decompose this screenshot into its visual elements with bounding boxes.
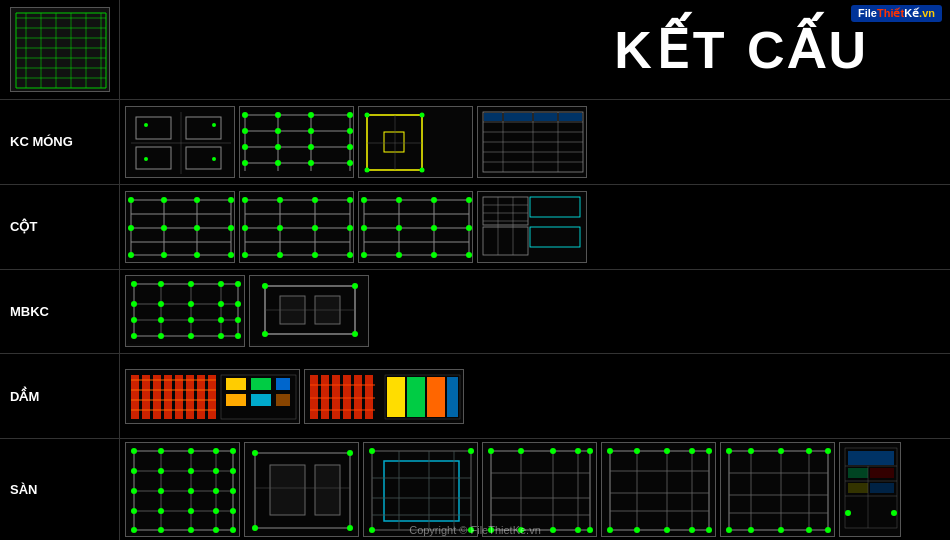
svg-point-176 <box>188 333 194 339</box>
svg-point-307 <box>689 448 695 454</box>
svg-rect-120 <box>359 192 473 262</box>
svg-point-344 <box>891 510 897 516</box>
svg-point-165 <box>158 301 164 307</box>
svg-point-289 <box>575 448 581 454</box>
svg-point-306 <box>664 448 670 454</box>
svg-point-245 <box>230 488 236 494</box>
svg-rect-222 <box>447 377 458 417</box>
svg-rect-221 <box>427 377 445 417</box>
svg-point-132 <box>431 197 437 203</box>
svg-point-48 <box>347 144 353 150</box>
label-cot: CỘT <box>0 185 120 269</box>
svg-point-115 <box>347 225 353 231</box>
svg-point-40 <box>347 112 353 118</box>
logo-vn: .vn <box>919 7 935 19</box>
svg-point-329 <box>778 527 784 533</box>
label-dam: DẦM <box>0 354 120 438</box>
svg-point-51 <box>308 160 314 166</box>
svg-rect-211 <box>332 375 340 419</box>
svg-point-92 <box>194 225 200 231</box>
svg-rect-206 <box>251 394 271 406</box>
svg-point-288 <box>550 448 556 454</box>
svg-rect-219 <box>387 377 405 417</box>
drawings-mbkc <box>120 270 950 354</box>
svg-point-255 <box>230 527 236 533</box>
dwg-dam-2 <box>304 369 464 424</box>
svg-point-166 <box>188 301 194 307</box>
dwg-cot-3 <box>358 191 473 263</box>
svg-rect-75 <box>559 113 582 121</box>
svg-point-238 <box>188 468 194 474</box>
svg-point-304 <box>607 448 613 454</box>
svg-point-160 <box>158 281 164 287</box>
svg-point-116 <box>242 252 248 258</box>
svg-rect-72 <box>484 113 502 121</box>
dwg-san-7 <box>839 442 901 537</box>
svg-point-108 <box>242 197 248 203</box>
svg-rect-191 <box>153 375 161 419</box>
main-title: KẾT CẤU <box>614 20 870 80</box>
svg-point-138 <box>361 252 367 258</box>
svg-point-313 <box>706 527 712 533</box>
svg-point-343 <box>845 510 851 516</box>
section-mbkc: MBKC <box>0 270 950 355</box>
svg-point-312 <box>689 527 695 533</box>
svg-rect-213 <box>354 375 362 419</box>
svg-point-232 <box>158 448 164 454</box>
svg-point-234 <box>213 448 219 454</box>
svg-point-162 <box>218 281 224 287</box>
logo-file: File <box>858 7 877 19</box>
svg-point-293 <box>550 527 556 533</box>
drawings-dam <box>120 354 950 438</box>
svg-point-109 <box>277 197 283 203</box>
dwg-kc-mong-1 <box>125 106 235 178</box>
dwg-cot-2 <box>239 191 354 263</box>
svg-rect-190 <box>142 375 150 419</box>
svg-point-167 <box>218 301 224 307</box>
svg-point-141 <box>466 252 472 258</box>
svg-rect-258 <box>270 465 305 515</box>
svg-point-178 <box>235 333 241 339</box>
svg-point-164 <box>131 301 137 307</box>
svg-point-308 <box>706 448 712 454</box>
svg-rect-335 <box>848 468 868 478</box>
svg-point-249 <box>213 508 219 514</box>
svg-point-117 <box>277 252 283 258</box>
svg-point-168 <box>235 301 241 307</box>
svg-point-248 <box>188 508 194 514</box>
dwg-cot-1 <box>125 191 235 263</box>
svg-rect-205 <box>226 394 246 406</box>
content-rows: KC MÓNG <box>0 100 950 540</box>
svg-rect-204 <box>276 378 290 390</box>
svg-point-45 <box>242 144 248 150</box>
header-left <box>0 0 120 99</box>
svg-point-59 <box>420 112 425 117</box>
svg-rect-212 <box>343 375 351 419</box>
svg-rect-152 <box>126 276 245 344</box>
dwg-san-4 <box>482 442 597 537</box>
svg-point-295 <box>587 527 593 533</box>
svg-point-244 <box>213 488 219 494</box>
svg-point-233 <box>188 448 194 454</box>
svg-rect-336 <box>870 468 894 478</box>
svg-point-231 <box>131 448 137 454</box>
svg-point-94 <box>128 252 134 258</box>
dwg-kc-mong-4 <box>477 106 587 178</box>
header-thumbnail <box>10 7 110 92</box>
svg-point-250 <box>230 508 236 514</box>
svg-point-274 <box>369 448 375 454</box>
svg-point-39 <box>308 112 314 118</box>
svg-point-60 <box>365 167 370 172</box>
svg-rect-223 <box>126 443 240 537</box>
svg-point-305 <box>634 448 640 454</box>
svg-point-286 <box>488 448 494 454</box>
svg-point-237 <box>158 468 164 474</box>
svg-point-174 <box>131 333 137 339</box>
svg-rect-98 <box>240 192 354 262</box>
svg-point-323 <box>748 448 754 454</box>
svg-point-43 <box>308 128 314 134</box>
dwg-kc-mong-3 <box>358 106 473 178</box>
svg-rect-203 <box>251 378 271 390</box>
svg-point-175 <box>158 333 164 339</box>
svg-point-186 <box>262 331 268 337</box>
